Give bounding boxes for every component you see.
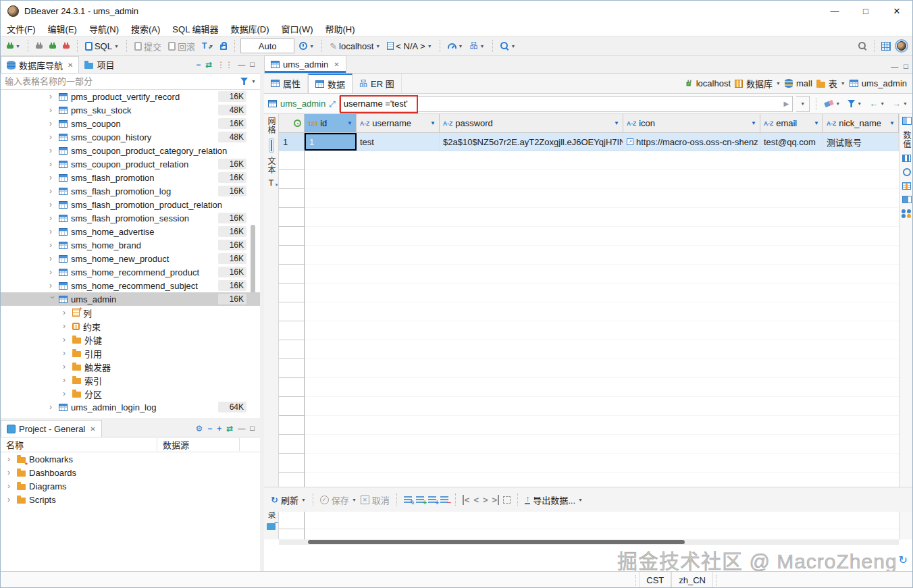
cell-nick_name[interactable]: 测试账号	[823, 133, 899, 151]
tab-properties[interactable]: 属性	[264, 74, 308, 93]
connection-caret-icon[interactable]: ▼	[375, 44, 380, 49]
grid-corner-cell[interactable]	[279, 114, 305, 132]
chevron-collapsed-icon[interactable]: ›	[49, 227, 55, 236]
chevron-collapsed-icon[interactable]: ›	[7, 481, 14, 491]
eraser-caret-icon[interactable]: ▼	[835, 101, 840, 106]
reconnect-button[interactable]	[47, 41, 58, 51]
connect-caret-icon[interactable]: ▼	[16, 44, 20, 49]
status-locale[interactable]: zh_CN	[671, 572, 713, 588]
duplicate-row-button[interactable]: +	[428, 496, 436, 504]
chevron-collapsed-icon[interactable]: ›	[63, 375, 69, 385]
history-caret-icon[interactable]: ▼	[309, 44, 314, 49]
tree-item-sms_coupon_product_category_relation[interactable]: ›sms_coupon_product_category_relation	[1, 144, 260, 157]
menu-item-1[interactable]: 编辑(E)	[42, 22, 83, 35]
grouping-panel-icon[interactable]	[902, 155, 911, 162]
tree-item-sms_home_recommend_product[interactable]: ›sms_home_recommend_product16K	[1, 265, 260, 279]
delete-row-button[interactable]: −	[440, 496, 448, 504]
tab-database-navigator[interactable]: 数据库导航 ✕	[1, 56, 79, 73]
previous-row-button[interactable]: <	[473, 495, 479, 505]
menu-item-2[interactable]: 导航(N)	[83, 22, 125, 35]
tree-item-分区[interactable]: ›分区	[1, 387, 260, 400]
chevron-collapsed-icon[interactable]: ›	[49, 186, 55, 196]
chevron-collapsed-icon[interactable]: ›	[49, 200, 55, 209]
tree-item-sms_flash_promotion_product_relation[interactable]: ›sms_flash_promotion_product_relation	[1, 198, 260, 211]
tree-item-pms_sku_stock[interactable]: ›pms_sku_stock48K	[1, 103, 260, 117]
forward-caret-icon[interactable]: ▼	[903, 101, 908, 106]
menu-item-7[interactable]: 帮助(H)	[319, 22, 361, 35]
chevron-collapsed-icon[interactable]: ›	[49, 146, 55, 155]
tree-item-引用[interactable]: ›引用	[1, 346, 260, 360]
breadcrumb-table[interactable]: ums_admin	[850, 78, 907, 88]
fetch-all-icon[interactable]	[503, 496, 511, 504]
menu-item-5[interactable]: 数据库(D)	[225, 22, 276, 35]
text-presentation-icon[interactable]: T	[269, 178, 273, 188]
tree-item-列[interactable]: ›列	[1, 306, 260, 319]
tree-item-ums_admin[interactable]: ›ums_admin16K	[1, 292, 260, 306]
breadcrumb-caret-icon[interactable]: ▼	[776, 81, 781, 86]
filter-history-dropdown[interactable]: ▼	[796, 96, 810, 112]
connect-button[interactable]: ▼	[5, 41, 22, 51]
export-data-button[interactable]: ↑导出数据...▼	[525, 493, 583, 506]
save-caret-icon[interactable]: ▼	[352, 498, 357, 502]
chevron-collapsed-icon[interactable]: ›	[49, 254, 55, 263]
transaction-history-button[interactable]: ▼	[297, 41, 316, 51]
breadcrumb-database[interactable]: mall	[785, 78, 812, 88]
account-avatar[interactable]	[895, 39, 908, 53]
chevron-collapsed-icon[interactable]: ›	[49, 213, 55, 223]
search-button[interactable]: ▼	[498, 41, 518, 52]
filter-table-token[interactable]: ums_admin	[268, 99, 325, 109]
tab-data[interactable]: 数据	[308, 74, 353, 93]
value-viewer-icon[interactable]	[902, 117, 912, 125]
tree-item-ums_admin_login_log[interactable]: ›ums_admin_login_log64K	[1, 400, 260, 414]
project-item-dashboards[interactable]: ›Dashboards	[1, 466, 260, 479]
clear-filter-button[interactable]: ▼	[823, 100, 842, 107]
nav-forward-button[interactable]: →▼	[890, 97, 910, 110]
chevron-expanded-icon[interactable]: ›	[48, 296, 57, 302]
chevron-collapsed-icon[interactable]: ›	[7, 468, 14, 477]
rollback-button[interactable]: 回滚	[166, 38, 197, 54]
menu-item-3[interactable]: 搜索(A)	[125, 22, 166, 35]
panel-minimize-icon[interactable]: —	[238, 61, 245, 68]
tree-item-sms_coupon_product_relation[interactable]: ›sms_coupon_product_relation16K	[1, 157, 260, 171]
references-panel-icon[interactable]	[903, 168, 911, 176]
expand-all-icon[interactable]: +	[217, 425, 221, 433]
column-header-password[interactable]: A-Zpassword▼	[440, 114, 623, 132]
filter-funnel-icon[interactable]	[240, 78, 248, 85]
window-minimize-button[interactable]: —	[819, 1, 850, 21]
export-caret-icon[interactable]: ▼	[578, 498, 583, 502]
chevron-collapsed-icon[interactable]: ›	[7, 454, 14, 464]
column-sort-caret-icon[interactable]: ▼	[751, 120, 756, 126]
breadcrumb-host[interactable]: localhost	[686, 78, 731, 88]
chevron-collapsed-icon[interactable]: ›	[49, 281, 55, 290]
column-header-email[interactable]: A-Zemail▼	[760, 114, 823, 132]
save-button[interactable]: ✓保存▼	[320, 493, 357, 506]
custom-filter-expand-icon[interactable]: ⤢	[329, 99, 336, 109]
row-header[interactable]: 1	[279, 133, 305, 151]
refresh-button[interactable]: ↻刷新▼	[271, 493, 306, 506]
column-header-id[interactable]: 123id▼	[305, 114, 357, 132]
column-sort-caret-icon[interactable]: ▼	[614, 120, 619, 126]
editor-minimize-icon[interactable]: —	[891, 63, 898, 70]
tree-item-sms_home_brand[interactable]: ›sms_home_brand16K	[1, 238, 260, 252]
plug-button[interactable]	[34, 41, 45, 51]
chevron-collapsed-icon[interactable]: ›	[63, 308, 69, 317]
table-filter-input[interactable]	[5, 76, 237, 86]
window-close-button[interactable]: ✕	[881, 1, 912, 21]
editor-tab-close-icon[interactable]: ✕	[334, 61, 339, 68]
menu-item-6[interactable]: 窗口(W)	[276, 22, 319, 35]
quick-search-icon[interactable]	[858, 42, 867, 51]
status-timezone[interactable]: CST	[639, 572, 671, 588]
last-row-button[interactable]: >	[492, 495, 500, 505]
cell-email[interactable]: test@qq.com	[760, 133, 823, 151]
dashboard-button[interactable]: ▼	[446, 42, 465, 50]
chevron-collapsed-icon[interactable]: ›	[49, 105, 55, 115]
refresh-caret-icon[interactable]: ▼	[301, 498, 306, 502]
column-header-name[interactable]: 名称	[1, 438, 157, 451]
menu-item-4[interactable]: SQL 编辑器	[166, 22, 224, 35]
editor-tab-ums-admin[interactable]: ums_admin ✕	[264, 55, 346, 73]
tree-item-约束[interactable]: ›[]约束	[1, 319, 260, 333]
chevron-collapsed-icon[interactable]: ›	[63, 362, 69, 371]
tree-item-sms_flash_promotion_session[interactable]: ›sms_flash_promotion_session16K	[1, 211, 260, 225]
chevron-collapsed-icon[interactable]: ›	[49, 159, 55, 169]
chevron-collapsed-icon[interactable]: ›	[63, 389, 69, 398]
